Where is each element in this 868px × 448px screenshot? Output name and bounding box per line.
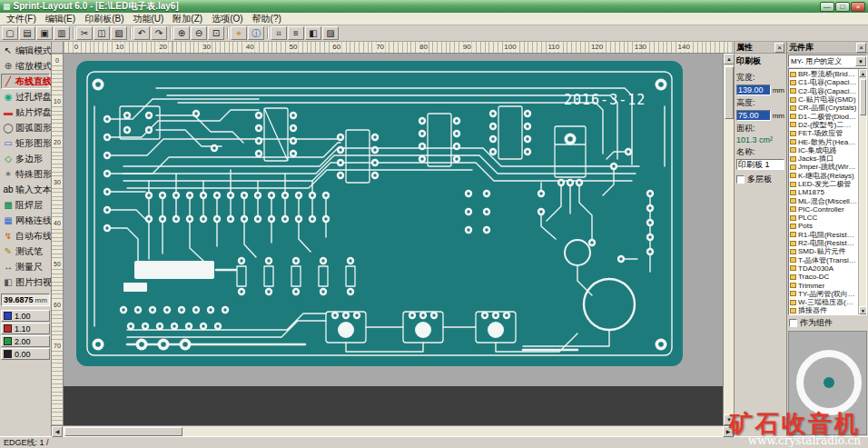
library-close-icon[interactable]: × xyxy=(856,43,866,53)
paste-button[interactable]: ▧ xyxy=(111,26,127,40)
library-item[interactable]: D1-二极管(Diodes) xyxy=(790,112,857,120)
library-item[interactable]: 插接器件 xyxy=(790,306,857,314)
zoom-in-button[interactable]: ⊕ xyxy=(173,26,190,40)
library-item[interactable]: PIC-Controller xyxy=(790,205,857,214)
library-item[interactable]: T-晶体管(Transistors) xyxy=(790,256,857,264)
edit-mode[interactable]: ↖编辑模式 xyxy=(1,43,50,58)
library-item[interactable]: K-继电器(Relays) xyxy=(790,172,857,180)
magnifier-button[interactable]: ⌖ xyxy=(231,26,247,40)
photo-view-tool[interactable]: ◧图片扫视 xyxy=(1,274,50,290)
save-file-button[interactable]: ▣ xyxy=(36,26,53,40)
track-tool[interactable]: ╱布线直线 xyxy=(1,74,50,89)
menu-edit[interactable]: 编辑(E) xyxy=(41,13,80,25)
layer-c2[interactable]: 2.00 xyxy=(1,335,50,347)
text-tool[interactable]: ab输入文本 xyxy=(1,182,50,197)
pcb-canvas[interactable]: 2016-3-12 xyxy=(64,54,723,425)
multilayer-checkbox[interactable] xyxy=(736,175,745,184)
connections-tool[interactable]: ▦网格连线 xyxy=(1,213,50,228)
special-tool[interactable]: ✶特殊图形 xyxy=(1,166,50,182)
scroll-left-icon[interactable]: ◀ xyxy=(52,426,63,437)
library-item[interactable]: LM1875 xyxy=(790,188,857,196)
solder-mask-tool[interactable]: ▩阻焊层 xyxy=(1,197,50,213)
chevron-down-icon[interactable]: ▼ xyxy=(855,56,866,66)
library-item[interactable]: IC-集成电路 xyxy=(790,146,857,154)
close-button[interactable]: × xyxy=(851,2,865,12)
test-tool[interactable]: ✎测试笔 xyxy=(1,244,50,259)
library-scroll-thumb[interactable] xyxy=(860,79,866,115)
scroll-right-icon[interactable]: ▶ xyxy=(723,426,734,437)
library-item[interactable]: HE-散热片(Heat sinks) xyxy=(790,137,857,145)
library-item[interactable]: PLCC xyxy=(790,214,857,222)
measure-tool[interactable]: ↔测量尺 xyxy=(1,259,50,274)
info-button[interactable]: ⓘ xyxy=(248,26,264,40)
redo-button[interactable]: ↷ xyxy=(151,26,167,40)
smd-pad-tool[interactable]: ▬贴片焊盘 xyxy=(1,105,50,120)
library-item[interactable]: R1-电阻(Resistors) xyxy=(790,231,857,239)
menu-help[interactable]: 帮助(?) xyxy=(248,13,286,25)
library-item[interactable]: ML-混合(Miscellaneous) xyxy=(790,196,857,204)
library-scroll-up-icon[interactable]: ▲ xyxy=(859,69,867,77)
library-scrollbar[interactable]: ▲ ▼ xyxy=(858,69,866,314)
maximize-button[interactable]: □ xyxy=(835,2,850,12)
library-item[interactable]: Trimmer xyxy=(790,281,857,289)
library-item[interactable]: Traco-DC xyxy=(790,273,857,281)
library-item[interactable]: BR-整流桥(Bridge rectifiers) xyxy=(790,70,857,78)
settings-button[interactable]: ▨ xyxy=(322,26,339,40)
properties-close-icon[interactable]: × xyxy=(774,43,784,53)
circle-tool[interactable]: ◯圆弧圆形 xyxy=(1,120,50,135)
via-pad-tool[interactable]: ◉过孔焊盘 xyxy=(1,89,50,105)
undo-button[interactable]: ↶ xyxy=(133,26,150,40)
library-item[interactable]: LED-发光二极管 xyxy=(790,180,857,188)
layer-c1[interactable]: 1.00 xyxy=(1,310,50,322)
library-item[interactable]: D2-(按型号)二极管 xyxy=(790,121,857,129)
open-file-button[interactable]: ▤ xyxy=(19,26,35,40)
vertical-scrollbar[interactable]: ▲ ▼ xyxy=(723,54,734,425)
library-item[interactable]: TDA2030A xyxy=(790,264,857,273)
autoroute-tool[interactable]: ↯自动布线 xyxy=(1,228,50,244)
horizontal-scroll-thumb[interactable] xyxy=(64,427,182,436)
library-select[interactable]: MY- 用户的定义 ▼ xyxy=(788,55,867,67)
scroll-up-icon[interactable]: ▲ xyxy=(724,54,735,65)
zoom-fit-button[interactable]: ⊡ xyxy=(208,26,224,40)
library-item[interactable]: C1-电容(Capacitors) xyxy=(790,78,857,86)
polygon-tool[interactable]: ◇多边形 xyxy=(1,151,50,166)
as-component-checkbox[interactable] xyxy=(789,319,797,327)
photo-view-button[interactable]: ◧ xyxy=(305,26,321,40)
board-height-input[interactable]: 75.00 xyxy=(736,110,771,121)
zoom-mode[interactable]: ⊕缩放模式 xyxy=(1,58,50,74)
minimize-button[interactable]: — xyxy=(820,2,834,12)
horizontal-scrollbar[interactable]: ◀ ▶ xyxy=(52,425,734,436)
copy-button[interactable]: ◫ xyxy=(94,26,110,40)
library-item[interactable]: Pots xyxy=(790,222,857,230)
canvas-page[interactable]: 2016-3-12 xyxy=(64,54,723,386)
library-item[interactable]: R2-电阻(Resistors 2) xyxy=(790,239,857,247)
vertical-scroll-thumb[interactable] xyxy=(725,66,734,119)
library-item[interactable]: C2-电容(Capacitors 2) xyxy=(790,87,857,95)
new-file-button[interactable]: ▢ xyxy=(2,26,18,40)
library-item[interactable]: Jmper-跳线(Wire links) xyxy=(790,163,857,171)
zoom-out-button[interactable]: ⊖ xyxy=(191,26,207,40)
menu-options[interactable]: 选项(O) xyxy=(207,13,247,25)
library-item[interactable]: Jacks-插口 xyxy=(790,154,857,163)
board-name-input[interactable]: 印刷板 1 xyxy=(736,159,784,170)
layer-s1[interactable]: 1.10 xyxy=(1,323,50,334)
library-scroll-down-icon[interactable]: ▼ xyxy=(859,306,867,314)
cut-button[interactable]: ✂ xyxy=(76,26,93,40)
rect-tool[interactable]: ▭矩形图形 xyxy=(1,135,50,151)
layer-view-button[interactable]: ≡ xyxy=(288,26,304,40)
print-button[interactable]: ▥ xyxy=(54,26,70,40)
menu-functions[interactable]: 功能(U) xyxy=(128,13,168,25)
library-item[interactable]: C-贴片电容(SMD) xyxy=(790,95,857,104)
scroll-down-icon[interactable]: ▼ xyxy=(724,414,735,425)
menu-extras[interactable]: 附加(Z) xyxy=(168,13,207,25)
grid-button[interactable]: ⌗ xyxy=(271,26,287,40)
library-item[interactable]: FET-场效应管 xyxy=(790,129,857,137)
layer-s2[interactable]: 0.00 xyxy=(1,348,50,360)
library-item[interactable]: TY-晶闸管(双向可控硅(Thy... xyxy=(790,290,857,298)
pcb-board[interactable]: 2016-3-12 xyxy=(69,57,705,377)
menu-file[interactable]: 文件(F) xyxy=(2,13,41,25)
menu-board[interactable]: 印刷板(B) xyxy=(80,13,128,25)
library-item[interactable]: W-三端稳压器(Voltage... xyxy=(790,298,857,306)
board-width-input[interactable]: 139.00 xyxy=(736,85,771,95)
library-item[interactable]: SMD-贴片元件 xyxy=(790,247,857,255)
